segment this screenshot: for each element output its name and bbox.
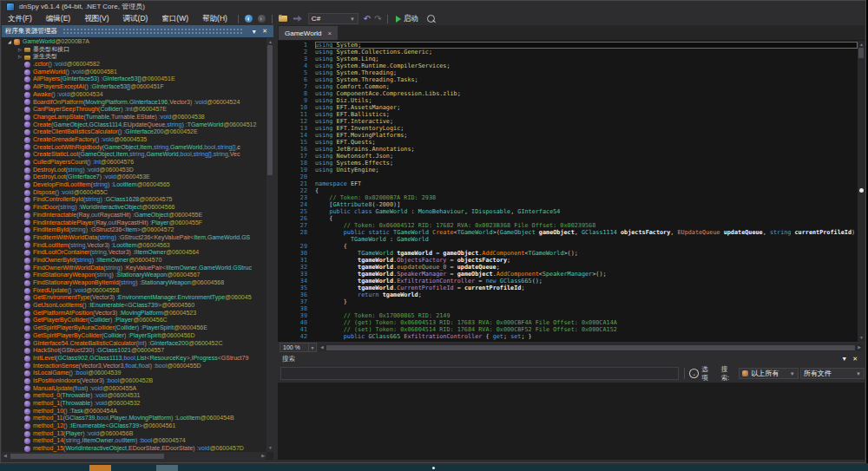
tree-item[interactable]: FindControllerById(string) : GClass1628 … (2, 196, 266, 204)
redo-icon[interactable]: ↷ (374, 14, 381, 23)
tree-item[interactable]: method_15(WorldInteractiveObject, EDoorS… (2, 445, 266, 452)
search-input[interactable] (280, 367, 679, 380)
tree-item[interactable]: FindLootOrContainer(string, Vector3) : I… (2, 249, 266, 257)
tree-item[interactable]: Create(GameObject, GClass1114, EUpdateQu… (2, 121, 266, 129)
search-panel-header[interactable]: 搜索 ▼ ✕ (278, 353, 865, 364)
tree-item[interactable]: GetEnvironmentType(Vector3) : Environmen… (2, 294, 266, 302)
assembly-explorer-header[interactable]: 程序集资源管理器 ▼ ✕ (2, 25, 273, 37)
tree-item[interactable]: AllPlayersExceptAI() : GInterface53[] @0… (2, 83, 266, 91)
tree-item[interactable]: FindStationaryWeapon(string) : Stationar… (2, 271, 266, 279)
menu-help[interactable]: 帮助(H) (195, 12, 234, 26)
tree-item[interactable]: method_14(string, IItemOwner, out Item) … (2, 437, 266, 445)
collapsed-arrow-icon[interactable]: ▷ (16, 46, 24, 54)
taskbar-app-active[interactable] (89, 465, 111, 471)
tree-item[interactable]: FindItemById(string) : GStruct236<Item> … (2, 226, 266, 234)
collapsed-arrow-icon[interactable]: ▷ (16, 53, 24, 61)
scroll-right-icon[interactable]: ▶ (261, 452, 265, 460)
title-bar[interactable]: dnSpy v6.1.4 (64-bit, .NET Core, 管理员) (1, 1, 865, 12)
tree-item[interactable]: DevelopFindLootItem(string) : LootItem @… (2, 181, 266, 189)
tree-item[interactable]: CreateStaticLoot(GameObject, Item, strin… (2, 151, 266, 159)
expanded-arrow-icon[interactable]: ◢ (5, 38, 14, 46)
tree-item[interactable]: GetSpiritPlayerByAuraCollider(Collider) … (2, 324, 266, 332)
tree-item[interactable]: GetJsonLootItems() : IEnumerable<GClass7… (2, 302, 266, 310)
tree-item[interactable]: GetPlayerByCollider(Collider) : Player @… (2, 317, 266, 324)
attach-process-icon[interactable] (293, 15, 302, 23)
tab-close-icon[interactable]: × (328, 29, 332, 37)
tree-item[interactable]: BoardIfOnPlatform(MovingPlatform.GInterf… (2, 99, 266, 107)
tree-item[interactable]: CreateLootWithRigidbody(GameObject, Item… (2, 144, 266, 152)
tree-item[interactable]: Awake() : void @06004534 (2, 91, 266, 99)
tree-item[interactable]: FixedUpdate() : void @06004558 (2, 287, 266, 295)
tree-item[interactable]: GInterface54.CreateBallisticCalculator(i… (2, 340, 266, 348)
tree-horizontal-scrollbar[interactable]: ◀ ▶ (2, 452, 266, 460)
menu-edit[interactable]: 编辑(E) (39, 12, 77, 26)
tree-item[interactable]: CreateClientBallisticsCalculator() : GIn… (2, 128, 266, 136)
scroll-right-icon[interactable]: ▶ (858, 343, 861, 351)
navigate-forward-icon[interactable] (258, 15, 266, 23)
tree-item[interactable]: method_12() : IEnumerable<GClass739> @06… (2, 422, 266, 430)
tree-item[interactable]: InitLevel(GClass902, GClass1113, bool, L… (2, 355, 266, 363)
tree-item[interactable]: InteractionSense(Vector3, Vector3, float… (2, 363, 266, 370)
zoom-level[interactable]: 100 % (279, 343, 309, 352)
tree-item[interactable]: Dispose() : void @0600455C (2, 189, 266, 197)
tree-item[interactable]: ManualUpdate(float) : void @0600455A (2, 385, 266, 393)
tree-item[interactable]: CanPlayerSeepThrough(Collider) : int @06… (2, 106, 266, 114)
tree-item[interactable]: FindInteractable(Ray, out RaycastHit) : … (2, 212, 266, 219)
menu-window[interactable]: 窗口(W) (155, 12, 195, 26)
panel-menu-icon[interactable]: ▼ (838, 356, 850, 362)
code-horizontal-scrollbar[interactable]: ◀ ▶ (319, 343, 863, 351)
tree-item[interactable]: ▷基类型和接口 (2, 46, 266, 54)
tree-item[interactable]: method_0(Throwable) : void @06004531 (2, 392, 266, 400)
tree-item[interactable]: ChangeLampState(Turnable, Turnable.EStat… (2, 114, 266, 121)
scroll-left-icon[interactable]: ◀ (320, 343, 324, 351)
taskbar-app[interactable] (156, 465, 178, 471)
assembly-tree[interactable]: ◢GameWorld @02000B7A▷基类型和接口▷派生类型.cctor()… (2, 38, 266, 452)
tree-item[interactable]: .cctor() : void @06004582 (2, 61, 266, 69)
tree-item[interactable]: FindItemWithWorldData(string) : GStruct2… (2, 234, 266, 242)
tree-item[interactable]: FindInteractablePlayer(Ray, out RaycastH… (2, 219, 266, 227)
open-file-icon[interactable] (279, 15, 288, 23)
options-label[interactable]: 选项 (701, 365, 714, 383)
tree-item[interactable]: FindOwnerById(string) : IItemOwner @0600… (2, 257, 266, 265)
tree-item[interactable]: method_13(Player) : void @0600456B (2, 430, 266, 438)
tree-item[interactable]: method_1(Throwable) : void @06004532 (2, 400, 266, 408)
tree-item[interactable]: CreateGrenadeFactory() : void @06004535 (2, 136, 266, 144)
tree-item[interactable]: method_10() : Task @0600454A (2, 408, 266, 415)
zoom-dropdown-icon[interactable]: ▼ (309, 343, 317, 352)
navigate-back-icon[interactable] (245, 15, 253, 23)
tree-item[interactable]: IsPositionIndoors(Vector3) : bool @06004… (2, 377, 266, 385)
undo-icon[interactable]: ↶ (364, 14, 371, 23)
panel-menu-icon[interactable]: ▼ (248, 29, 260, 35)
tree-item[interactable]: FindDoor(string) : WorldInteractiveObjec… (2, 204, 266, 212)
tree-item[interactable]: AllPlayers(GInterface53) : GInterface53[… (2, 75, 266, 83)
panel-close-icon[interactable]: ✕ (850, 356, 860, 363)
scroll-left-icon[interactable]: ◀ (3, 452, 7, 460)
start-button[interactable]: 启动 (404, 14, 418, 24)
menu-view[interactable]: 视图(V) (77, 12, 115, 26)
tree-vertical-scrollbar[interactable]: ▲ ▼ (266, 38, 273, 452)
tree-item[interactable]: FindOwnerWithWorldData(string) : KeyValu… (2, 265, 266, 272)
menu-file[interactable]: 文件(F) (1, 12, 39, 26)
start-debug-icon[interactable] (396, 16, 401, 23)
tree-item[interactable]: FindLootItem(string, Vector3) : LootItem… (2, 242, 266, 250)
scroll-down-icon[interactable]: ▼ (859, 334, 864, 342)
tree-item[interactable]: ◢GameWorld @02000B7A (2, 38, 266, 46)
tab-gameworld[interactable]: GameWorld × (279, 26, 338, 40)
search-results-area[interactable] (278, 383, 865, 460)
tree-item[interactable]: method_11(GClass739, bool, Player, Movin… (2, 415, 266, 422)
tree-item[interactable]: CulledPlayersCount() : int @06004576 (2, 159, 266, 167)
tree-item[interactable]: GameWorld() : void @06004581 (2, 69, 266, 76)
tree-item[interactable]: IsLocalGame() : bool @06004539 (2, 370, 266, 377)
tree-item[interactable]: FindStationaryWeaponByItemId(string) : S… (2, 279, 266, 287)
search-icon[interactable] (427, 15, 435, 23)
search-scope-select[interactable]: 以上所有 ▼ (739, 368, 798, 379)
tree-item[interactable]: GetPlatformAtPosition(Vector3) : MovingP… (2, 310, 266, 317)
language-select[interactable]: C# ▼ (308, 13, 358, 24)
tree-item[interactable]: DestroyLoot(string) : void @0600453D (2, 167, 266, 174)
tree-item[interactable]: GetSpiritPlayerByCollider(Collider) : Pl… (2, 332, 266, 340)
tree-item[interactable]: DestroyLoot(GInterface7) : void @0600453… (2, 173, 266, 181)
panel-close-icon[interactable]: ✕ (260, 28, 270, 35)
tree-item[interactable]: ▷派生类型 (2, 53, 266, 61)
options-chevron-icon[interactable]: ⌄ (689, 369, 699, 378)
menu-debug[interactable]: 调试(D) (116, 12, 155, 26)
